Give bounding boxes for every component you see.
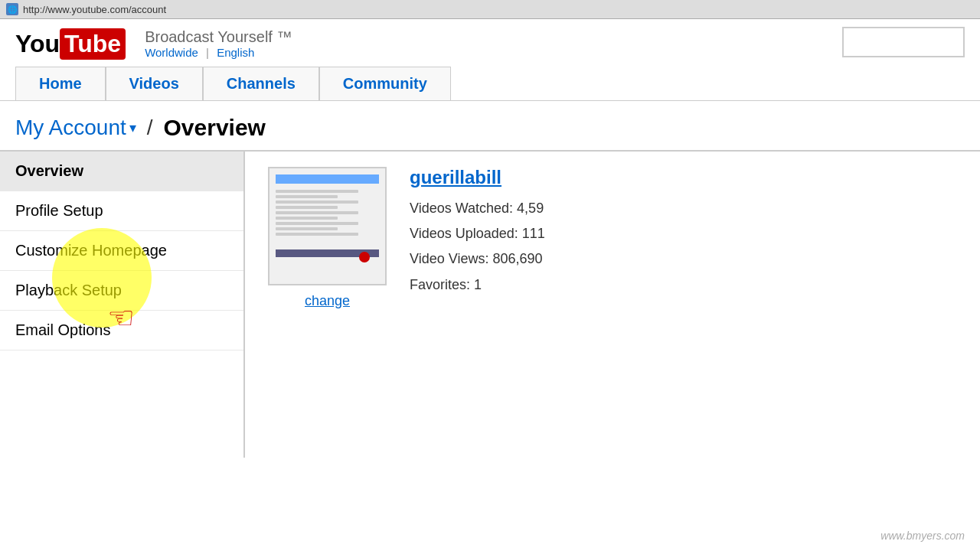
stat-label-videos-uploaded: Videos Uploaded: — [410, 226, 518, 241]
yt-tagline: Broadcast Yourself ™ Worldwide | English — [145, 28, 292, 59]
nav-item-channels[interactable]: Channels — [203, 67, 319, 100]
yt-header: You Tube Broadcast Yourself ™ Worldwide … — [0, 19, 980, 101]
tagline-english[interactable]: English — [217, 46, 254, 59]
thumb-lines — [276, 190, 379, 238]
nav-item-community[interactable]: Community — [319, 67, 451, 100]
sidebar-item-email-options[interactable]: Email Options — [0, 311, 243, 350]
thumb-cursor-dot — [359, 252, 370, 262]
stat-video-views: Video Views: 806,690 — [410, 249, 957, 269]
nav-item-videos[interactable]: Videos — [106, 67, 203, 100]
search-box[interactable] — [842, 27, 965, 57]
yt-nav: Home Videos Channels Community — [15, 67, 965, 100]
logo-you: You — [15, 30, 60, 58]
breadcrumb-sep: / — [147, 116, 153, 140]
breadcrumb-current: Overview — [164, 115, 266, 141]
tagline-main: Broadcast Yourself ™ — [145, 28, 292, 46]
tagline-sep: | — [206, 46, 209, 59]
header-top: You Tube Broadcast Yourself ™ Worldwide … — [15, 27, 965, 60]
username-link[interactable]: guerillabill — [410, 167, 957, 188]
thumb-line-1 — [276, 190, 358, 193]
stat-value-videos-watched: 4,59 — [517, 201, 544, 216]
yt-logo[interactable]: You Tube — [15, 28, 126, 60]
browser-icon: 🌐 — [6, 3, 18, 15]
url-text: http://www.youtube.com/account — [23, 4, 166, 15]
thumb-line-9 — [276, 233, 358, 236]
right-content: change guerillabill Videos Watched: 4,59… — [245, 152, 980, 458]
change-link[interactable]: change — [305, 293, 350, 309]
watermark: www.bmyers.com — [880, 530, 965, 542]
account-thumbnail — [268, 167, 387, 285]
stat-videos-uploaded: Videos Uploaded: 111 — [410, 224, 957, 243]
tagline-worldwide[interactable]: Worldwide — [145, 46, 198, 59]
breadcrumb-myaccount[interactable]: My Account ▾ — [15, 116, 136, 140]
stat-value-favorites: 1 — [474, 277, 482, 292]
thumb-line-2 — [276, 195, 338, 198]
thumb-line-6 — [276, 217, 338, 220]
stat-value-videos-uploaded: 111 — [522, 226, 545, 241]
sidebar-item-customize-homepage[interactable]: Customize Homepage — [0, 231, 243, 271]
user-stats: guerillabill Videos Watched: 4,59 Videos… — [410, 167, 957, 442]
thumb-line-5 — [276, 211, 358, 214]
thumb-line-3 — [276, 201, 358, 204]
browser-bar: 🌐 http://www.youtube.com/account — [0, 0, 980, 19]
stat-videos-watched: Videos Watched: 4,59 — [410, 199, 957, 218]
nav-item-home[interactable]: Home — [15, 67, 106, 100]
stat-favorites: Favorites: 1 — [410, 276, 957, 295]
stat-value-video-views: 806,690 — [492, 251, 542, 266]
sidebar-item-playback-setup[interactable]: Playback Setup — [0, 271, 243, 311]
breadcrumb: My Account ▾ / Overview — [0, 101, 980, 152]
thumb-blue-bar — [276, 174, 379, 184]
thumb-line-8 — [276, 227, 338, 230]
sidebar: Overview Profile Setup Customize Homepag… — [0, 152, 245, 458]
logo-tube: Tube — [60, 28, 126, 60]
thumb-inner — [270, 168, 385, 284]
thumb-line-7 — [276, 222, 358, 225]
thumb-line-4 — [276, 206, 338, 209]
sidebar-item-overview[interactable]: Overview — [0, 152, 243, 191]
stat-label-videos-watched: Videos Watched: — [410, 201, 513, 216]
tagline-sub: Worldwide | English — [145, 46, 292, 59]
stat-label-favorites: Favorites: — [410, 277, 470, 292]
main-content: Overview Profile Setup Customize Homepag… — [0, 152, 980, 458]
sidebar-item-profile-setup[interactable]: Profile Setup — [0, 191, 243, 231]
stat-label-video-views: Video Views: — [410, 251, 488, 266]
account-thumbnail-area: change — [268, 167, 387, 442]
breadcrumb-dropdown-icon[interactable]: ▾ — [129, 119, 136, 136]
